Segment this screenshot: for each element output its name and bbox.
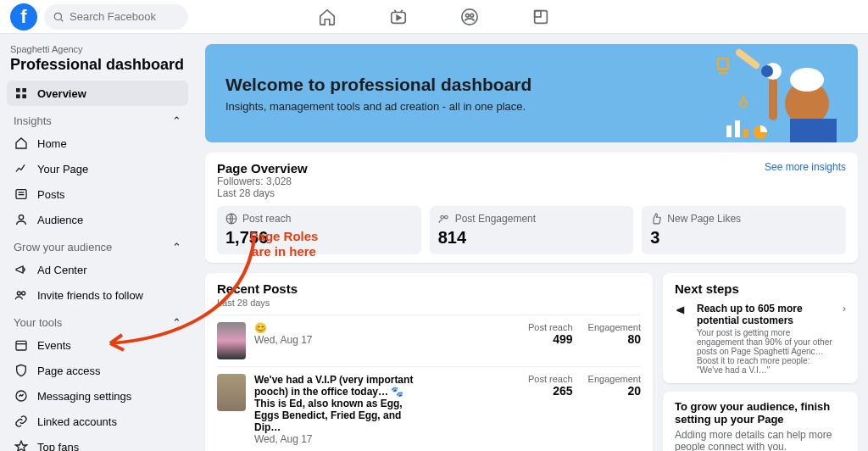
post-row[interactable]: 😊Wed, Aug 17 Post reach499Engagement80 — [217, 315, 641, 366]
grow-title: To grow your audience, finish setting up… — [675, 400, 846, 426]
search-container[interactable] — [44, 4, 188, 30]
sidebar-item-overview[interactable]: Overview — [7, 81, 188, 106]
megaphone-icon — [14, 262, 29, 277]
svg-rect-8 — [16, 88, 20, 92]
svg-rect-26 — [790, 119, 837, 142]
svg-rect-7 — [535, 10, 541, 16]
svg-point-38 — [444, 216, 448, 220]
overview-followers: Followers: 3,028 — [217, 175, 308, 187]
overview-title: Page Overview — [217, 161, 308, 175]
banner-illustration — [637, 44, 858, 142]
svg-point-16 — [17, 292, 20, 295]
svg-point-37 — [441, 216, 444, 220]
sidebar-item-invite-friends[interactable]: Invite friends to follow — [7, 282, 188, 308]
svg-rect-34 — [743, 129, 748, 137]
sidebar-title: Professional dashboard — [10, 56, 188, 74]
svg-point-25 — [790, 68, 824, 92]
sidebar-item-home[interactable]: Home — [7, 131, 188, 156]
svg-rect-27 — [769, 78, 777, 120]
svg-rect-10 — [16, 94, 20, 98]
chevron-up-icon: ⌃ — [172, 241, 181, 253]
groups-icon[interactable] — [459, 7, 480, 27]
globe-icon — [225, 213, 237, 225]
sidebar-item-audience[interactable]: Audience — [7, 207, 188, 232]
thumb-icon — [650, 213, 662, 225]
posts-icon — [14, 187, 29, 202]
search-input[interactable] — [70, 10, 171, 23]
recent-period: Last 28 days — [217, 298, 641, 308]
recent-title: Recent Posts — [217, 281, 641, 296]
star-icon — [14, 439, 29, 451]
sidebar-section-insights[interactable]: Insights ⌃ — [7, 106, 188, 131]
post-row[interactable]: We've had a V.I.P (very important pooch)… — [217, 366, 641, 451]
svg-point-31 — [740, 100, 747, 107]
svg-point-4 — [465, 14, 469, 17]
sidebar-item-label: Overview — [37, 87, 86, 100]
post-thumbnail — [217, 374, 246, 411]
shield-icon — [14, 363, 29, 378]
grow-audience-card: To grow your audience, finish setting up… — [663, 392, 858, 451]
top-bar: f — [0, 0, 868, 34]
sidebar: Spaghetti Agency Professional dashboard … — [0, 34, 195, 451]
post-thumbnail — [217, 322, 246, 359]
svg-point-15 — [19, 215, 23, 220]
svg-point-3 — [462, 8, 477, 24]
svg-point-0 — [54, 13, 61, 19]
home-icon[interactable] — [317, 7, 337, 27]
sidebar-section-tools[interactable]: Your tools ⌃ — [7, 308, 188, 332]
see-more-insights-link[interactable]: See more insights — [765, 161, 846, 173]
grow-desc: Adding more details can help more people… — [675, 429, 846, 451]
facebook-logo[interactable]: f — [10, 3, 37, 31]
chevron-right-icon: › — [843, 303, 846, 375]
svg-rect-32 — [726, 125, 732, 137]
overview-period: Last 28 days — [217, 187, 308, 199]
banner-subtitle: Insights, management tools and ad creati… — [225, 100, 531, 113]
banner-title: Welcome to professional dashboard — [225, 75, 531, 95]
sidebar-item-posts[interactable]: Posts — [7, 181, 188, 207]
calendar-icon — [14, 337, 29, 353]
sidebar-item-page-access[interactable]: Page access — [7, 358, 188, 383]
next-steps-title: Next steps — [675, 281, 846, 296]
people-icon — [14, 287, 29, 303]
svg-rect-18 — [16, 341, 26, 350]
boost-icon — [675, 303, 690, 375]
svg-point-29 — [761, 65, 773, 77]
people-small-icon — [438, 213, 450, 225]
top-nav — [317, 7, 551, 27]
svg-rect-9 — [22, 88, 26, 92]
welcome-banner: Welcome to professional dashboard Insigh… — [205, 44, 858, 142]
video-icon[interactable] — [388, 7, 409, 27]
home-small-icon — [14, 136, 29, 151]
chevron-up-icon: ⌃ — [172, 114, 181, 127]
sidebar-item-your-page[interactable]: Your Page — [7, 156, 188, 181]
sidebar-item-linked-accounts[interactable]: Linked accounts — [7, 409, 188, 434]
search-icon — [53, 11, 64, 23]
audience-icon — [14, 212, 29, 227]
chart-icon — [14, 161, 29, 176]
main-content: Welcome to professional dashboard Insigh… — [195, 34, 868, 451]
page-overview-card: Page Overview Followers: 3,028 Last 28 d… — [205, 153, 858, 263]
sidebar-item-events[interactable]: Events — [7, 332, 188, 358]
sidebar-item-messaging[interactable]: Messaging settings — [7, 383, 188, 409]
chevron-up-icon: ⌃ — [172, 316, 181, 329]
stat-new-likes[interactable]: New Page Likes 3 — [642, 206, 846, 254]
svg-rect-11 — [22, 94, 26, 98]
overview-icon — [14, 86, 29, 101]
svg-point-5 — [470, 14, 474, 17]
next-step-item[interactable]: Reach up to 605 more potential customers… — [675, 303, 846, 375]
link-icon — [14, 414, 29, 429]
recent-posts-card: Recent Posts Last 28 days 😊Wed, Aug 17 P… — [205, 273, 653, 451]
svg-point-17 — [22, 292, 25, 295]
sidebar-subtitle: Spaghetti Agency — [10, 44, 188, 54]
next-steps-card: Next steps Reach up to 605 more potentia… — [663, 273, 858, 383]
stat-post-reach[interactable]: Post reach 1,756 — [217, 206, 421, 254]
svg-rect-30 — [718, 58, 728, 69]
stat-post-engagement[interactable]: Post Engagement 814 — [430, 206, 634, 254]
svg-rect-33 — [735, 120, 740, 137]
sidebar-item-ad-center[interactable]: Ad Center — [7, 257, 188, 282]
gaming-icon[interactable] — [531, 7, 551, 27]
sidebar-section-grow[interactable]: Grow your audience ⌃ — [7, 232, 188, 257]
svg-line-1 — [61, 19, 64, 21]
messenger-icon — [14, 388, 29, 404]
sidebar-item-top-fans[interactable]: Top fans — [7, 434, 188, 451]
